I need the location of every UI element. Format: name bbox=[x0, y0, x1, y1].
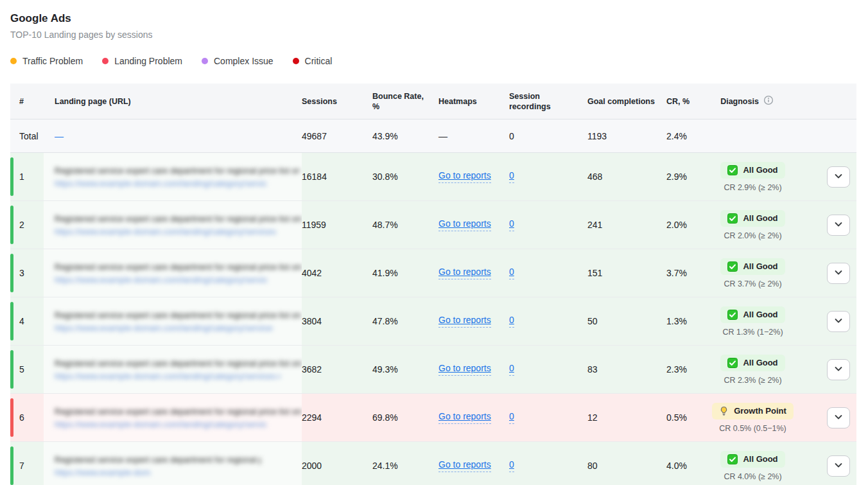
expand-row-button[interactable] bbox=[827, 311, 850, 332]
diagnosis-cell: All Good CR 2.9% (≥ 2%) bbox=[709, 162, 796, 192]
traffic-problem-dot-icon bbox=[10, 58, 17, 64]
sessions-value: 11959 bbox=[302, 220, 372, 230]
bounce-rate-value: 49.3% bbox=[372, 364, 438, 375]
report-panel: Google Ads TOP-10 Landing pages by sessi… bbox=[0, 0, 868, 485]
expand-row-button[interactable] bbox=[827, 166, 850, 188]
total-sessions: 49687 bbox=[302, 131, 372, 141]
diagnosis-badge: All Good bbox=[720, 210, 785, 227]
goal-completions-value: 50 bbox=[587, 316, 666, 326]
status-bar-good bbox=[10, 302, 13, 340]
blurred-page-title: Registered service expert care departmen… bbox=[55, 407, 302, 416]
diagnosis-badge: All Good bbox=[720, 451, 785, 468]
legend-item-landing-problem: Landing Problem bbox=[102, 56, 182, 66]
session-recordings-link[interactable]: 0 bbox=[509, 267, 514, 279]
checkbox-check-icon bbox=[727, 213, 738, 224]
expand-row-button[interactable] bbox=[827, 263, 850, 284]
session-recordings-link[interactable]: 0 bbox=[509, 170, 514, 183]
session-recordings-link[interactable]: 0 bbox=[509, 459, 514, 472]
cr-value: 3.7% bbox=[666, 268, 709, 278]
goal-completions-value: 83 bbox=[587, 364, 666, 375]
row-rank: 4 bbox=[10, 316, 44, 326]
diagnosis-cell: All Good CR 3.7% (≥ 2%) bbox=[709, 258, 796, 288]
expand-row-button[interactable] bbox=[827, 455, 850, 477]
blurred-page-url[interactable]: https://www.example-domain.com/landing/c… bbox=[55, 179, 266, 188]
landing-pages-table: # Landing page (URL) Sessions Bounce Rat… bbox=[10, 84, 856, 485]
diagnosis-badge-label: All Good bbox=[743, 165, 777, 175]
col-header-rank: # bbox=[10, 96, 44, 107]
blurred-page-url[interactable]: https://www.example-domain.com/landing/c… bbox=[55, 275, 268, 285]
status-bar-good bbox=[10, 206, 13, 244]
blurred-page-url[interactable]: https://www.example-domain.com/landing/c… bbox=[55, 419, 266, 429]
chevron-down-icon bbox=[833, 219, 844, 231]
diagnosis-badge-label: All Good bbox=[743, 358, 777, 367]
legend-label: Landing Problem bbox=[114, 56, 182, 66]
cr-value: 2.3% bbox=[666, 364, 709, 375]
landing-page-cell: Registered service expert care departmen… bbox=[44, 201, 302, 249]
landing-page-cell: Registered service expert care departmen… bbox=[44, 346, 302, 393]
legend-label: Critical bbox=[305, 56, 333, 66]
table-row: 2 Registered service expert care departm… bbox=[10, 201, 856, 249]
blurred-page-title: Registered service expert care departmen… bbox=[55, 358, 302, 368]
landing-page-cell: Registered service expert care departmen… bbox=[44, 153, 302, 200]
status-bar-problem bbox=[10, 398, 13, 437]
cr-value: 0.5% bbox=[666, 412, 709, 423]
heatmaps-report-link[interactable]: Go to reports bbox=[438, 218, 491, 231]
row-rank: 7 bbox=[10, 461, 44, 471]
blurred-page-title: Registered service expert care departmen… bbox=[55, 214, 302, 224]
bounce-rate-value: 48.7% bbox=[372, 220, 438, 230]
blurred-page-url[interactable]: https://www.example-domain.com/landing/c… bbox=[55, 227, 277, 236]
session-recordings-link[interactable]: 0 bbox=[509, 218, 514, 231]
session-recordings-link[interactable]: 0 bbox=[509, 315, 514, 328]
diagnosis-badge: All Good bbox=[720, 162, 785, 179]
blurred-page-url[interactable]: https://www.example-domain.com/landing/c… bbox=[55, 371, 281, 381]
status-legend: Traffic Problem Landing Problem Complex … bbox=[10, 56, 858, 66]
checkbox-check-icon bbox=[727, 261, 738, 272]
goal-completions-value: 151 bbox=[587, 268, 666, 278]
diagnosis-header-label: Diagnosis bbox=[720, 96, 759, 107]
session-recordings-link[interactable]: 0 bbox=[509, 363, 514, 376]
diagnosis-badge: All Good bbox=[720, 355, 785, 371]
heatmaps-report-link[interactable]: Go to reports bbox=[438, 459, 491, 472]
landing-problem-dot-icon bbox=[102, 58, 108, 64]
diagnosis-cell: All Good CR 1.3% (1−2%) bbox=[709, 306, 796, 337]
page-title: Google Ads bbox=[10, 12, 858, 26]
sessions-value: 16184 bbox=[302, 172, 372, 182]
table-row: 5 Registered service expert care departm… bbox=[10, 346, 856, 394]
session-recordings-link[interactable]: 0 bbox=[509, 411, 514, 424]
heatmaps-report-link[interactable]: Go to reports bbox=[438, 267, 491, 279]
heatmaps-report-link[interactable]: Go to reports bbox=[438, 363, 491, 376]
blurred-page-url[interactable]: https://www.example-domain.com/landing/c… bbox=[55, 468, 151, 477]
heatmaps-report-link[interactable]: Go to reports bbox=[438, 315, 491, 328]
row-rank: 6 bbox=[10, 412, 44, 423]
legend-item-traffic-problem: Traffic Problem bbox=[10, 56, 83, 66]
chevron-down-icon bbox=[833, 412, 844, 424]
landing-page-cell: Registered service expert care departmen… bbox=[44, 394, 302, 441]
expand-row-button[interactable] bbox=[827, 407, 850, 428]
table-row: 3 Registered service expert care departm… bbox=[10, 249, 856, 297]
heatmaps-report-link[interactable]: Go to reports bbox=[438, 411, 491, 424]
table-header-row: # Landing page (URL) Sessions Bounce Rat… bbox=[10, 84, 856, 119]
chevron-down-icon bbox=[833, 315, 844, 328]
blurred-page-url[interactable]: https://www.example-domain.com/landing/c… bbox=[55, 323, 273, 333]
diagnosis-cell: All Good CR 4.0% (≥ 2%) bbox=[709, 451, 796, 481]
diagnosis-badge-label: All Good bbox=[743, 213, 777, 223]
cr-value: 2.0% bbox=[666, 220, 709, 230]
checkbox-check-icon bbox=[727, 310, 738, 320]
expand-row-button[interactable] bbox=[827, 215, 850, 236]
goal-completions-value: 241 bbox=[587, 220, 666, 230]
col-header-goal-completions: Goal completions bbox=[587, 96, 666, 107]
diagnosis-detail: CR 2.3% (≥ 2%) bbox=[724, 376, 781, 385]
bounce-rate-value: 69.8% bbox=[372, 412, 438, 423]
legend-label: Traffic Problem bbox=[22, 56, 83, 66]
info-icon[interactable] bbox=[763, 95, 774, 108]
total-label: Total bbox=[10, 131, 44, 141]
goal-completions-value: 468 bbox=[587, 172, 666, 182]
heatmaps-report-link[interactable]: Go to reports bbox=[438, 170, 491, 183]
diagnosis-badge: All Good bbox=[720, 258, 785, 275]
sessions-value: 4042 bbox=[302, 268, 372, 278]
col-header-landing-page: Landing page (URL) bbox=[44, 96, 302, 107]
table-row: 4 Registered service expert care departm… bbox=[10, 297, 856, 346]
expand-row-button[interactable] bbox=[827, 359, 850, 380]
cr-value: 1.3% bbox=[666, 316, 709, 326]
diagnosis-cell: Growth Point CR 0.5% (0.5−1%) bbox=[709, 403, 796, 433]
